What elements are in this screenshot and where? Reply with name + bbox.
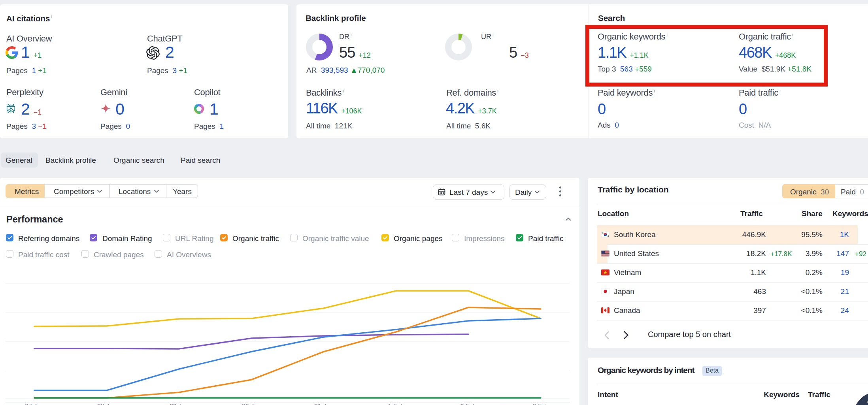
svg-text:27 Jan: 27 Jan [25, 403, 44, 405]
svg-text:30 Jan: 30 Jan [242, 403, 261, 405]
svg-text:2 Feb: 2 Feb [460, 403, 477, 405]
svg-text:1 Feb: 1 Feb [388, 403, 404, 405]
svg-text:29 Jan: 29 Jan [170, 403, 189, 405]
svg-text:3 Feb: 3 Feb [533, 403, 549, 405]
svg-text:31 Jan: 31 Jan [314, 403, 333, 405]
svg-text:28 Jan: 28 Jan [97, 403, 116, 405]
